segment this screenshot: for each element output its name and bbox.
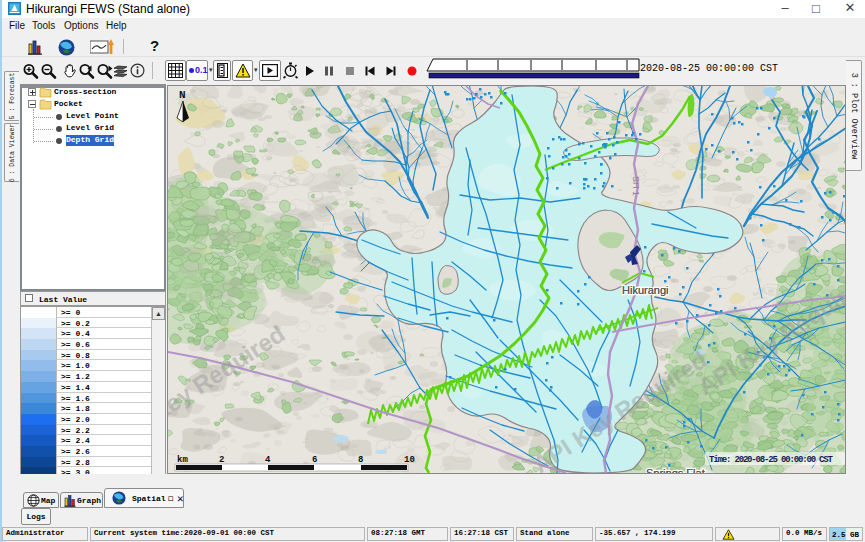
svg-text:N: N xyxy=(179,89,186,101)
svg-text:6: 6 xyxy=(312,455,317,465)
svg-text:8: 8 xyxy=(358,455,363,465)
svg-text:4: 4 xyxy=(265,455,271,465)
svg-text:Springs Flat: Springs Flat xyxy=(646,467,705,473)
svg-text:km: km xyxy=(177,455,188,465)
svg-text:SH 1: SH 1 xyxy=(631,176,641,196)
svg-text:2: 2 xyxy=(219,455,224,465)
svg-text:Hikurangi: Hikurangi xyxy=(622,284,668,296)
svg-text:10: 10 xyxy=(404,455,415,465)
svg-text:Time: 2020-08-25 00:00:00 CST: Time: 2020-08-25 00:00:00 CST xyxy=(709,455,834,465)
